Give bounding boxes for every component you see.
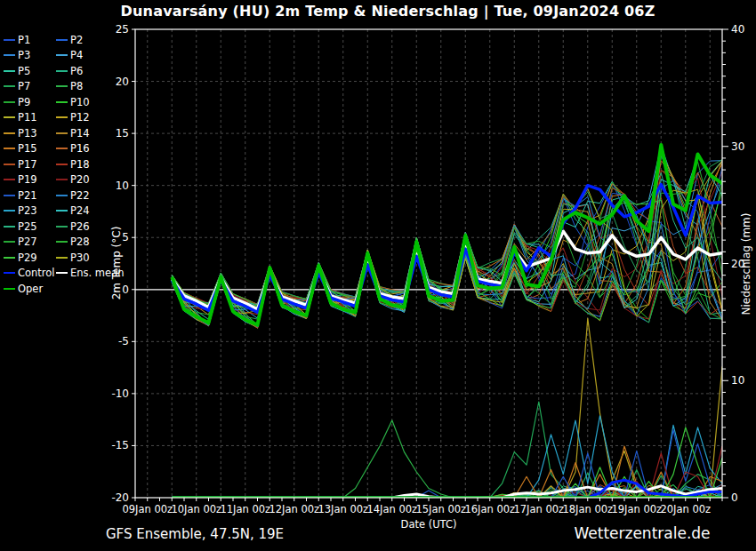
svg-text:-15: -15 bbox=[111, 439, 129, 451]
axis-ticks-and-labels: 2520151050-5-10-15-2040302010009Jan 00z1… bbox=[111, 23, 744, 515]
svg-text:-5: -5 bbox=[118, 335, 129, 347]
svg-text:25: 25 bbox=[116, 23, 129, 36]
svg-text:16Jan 00z: 16Jan 00z bbox=[464, 503, 515, 515]
svg-text:10: 10 bbox=[116, 180, 129, 192]
svg-text:10Jan 00z: 10Jan 00z bbox=[171, 503, 221, 515]
plot-border bbox=[135, 29, 722, 498]
x-axis-title: Date (UTC) bbox=[401, 518, 457, 531]
svg-text:19Jan 00z: 19Jan 00z bbox=[611, 503, 662, 515]
series-lines bbox=[172, 145, 722, 498]
svg-text:0: 0 bbox=[731, 491, 738, 504]
svg-text:12Jan 00z: 12Jan 00z bbox=[269, 503, 319, 515]
svg-text:15Jan 00z: 15Jan 00z bbox=[415, 503, 466, 515]
svg-text:18Jan 00z: 18Jan 00z bbox=[562, 503, 613, 515]
model-info-text: GFS Ensemble, 47.5N, 19E bbox=[106, 526, 284, 542]
svg-text:30: 30 bbox=[731, 140, 744, 153]
svg-text:20: 20 bbox=[116, 76, 129, 88]
svg-text:20: 20 bbox=[731, 258, 744, 270]
svg-text:17Jan 00z: 17Jan 00z bbox=[513, 503, 564, 515]
svg-text:15: 15 bbox=[116, 127, 129, 140]
svg-text:20Jan 00z: 20Jan 00z bbox=[660, 503, 711, 515]
svg-text:13Jan 00z: 13Jan 00z bbox=[318, 503, 368, 515]
svg-text:14Jan 00z: 14Jan 00z bbox=[366, 503, 417, 515]
svg-text:-20: -20 bbox=[111, 491, 129, 504]
svg-text:5: 5 bbox=[122, 231, 129, 244]
svg-text:40: 40 bbox=[731, 23, 744, 36]
svg-text:0: 0 bbox=[122, 283, 129, 296]
gridlines bbox=[135, 29, 722, 498]
watermark-text: Wetterzentrale.de bbox=[574, 524, 710, 542]
precip-spike-lines bbox=[172, 318, 722, 498]
svg-text:10: 10 bbox=[731, 374, 744, 387]
svg-text:-10: -10 bbox=[111, 387, 129, 400]
plot-area: 2520151050-5-10-15-2040302010009Jan 00z1… bbox=[0, 0, 756, 551]
svg-text:11Jan 00z: 11Jan 00z bbox=[220, 503, 270, 515]
meteogram-page: Dunavarsány (HU) 2m Temp & Niederschlag … bbox=[0, 0, 756, 551]
svg-text:09Jan 00z: 09Jan 00z bbox=[122, 503, 173, 515]
